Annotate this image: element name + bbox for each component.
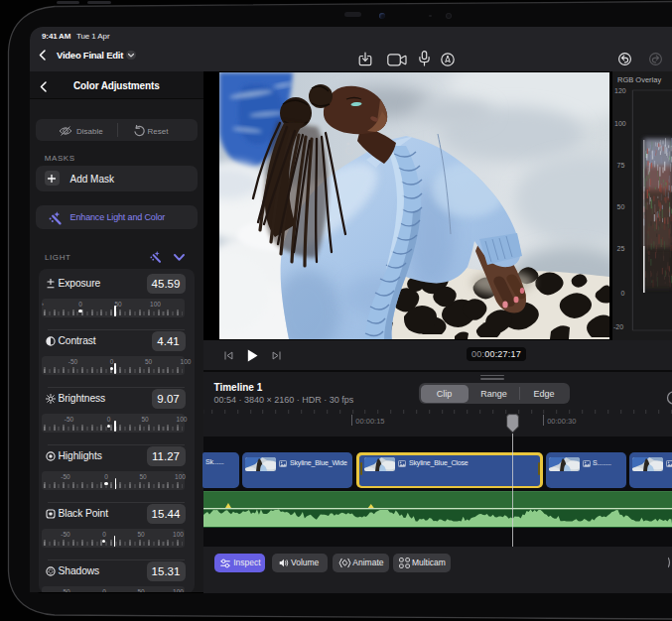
svg-text:0: 0 — [621, 290, 625, 297]
svg-text:120: 120 — [614, 87, 626, 94]
svg-text:75: 75 — [617, 162, 625, 169]
svg-text:25: 25 — [617, 245, 625, 252]
svg-text:RGB Overlay: RGB Overlay — [617, 75, 661, 84]
svg-text:50: 50 — [617, 203, 625, 210]
svg-text:-20: -20 — [613, 323, 623, 330]
svg-text:100: 100 — [614, 120, 626, 127]
